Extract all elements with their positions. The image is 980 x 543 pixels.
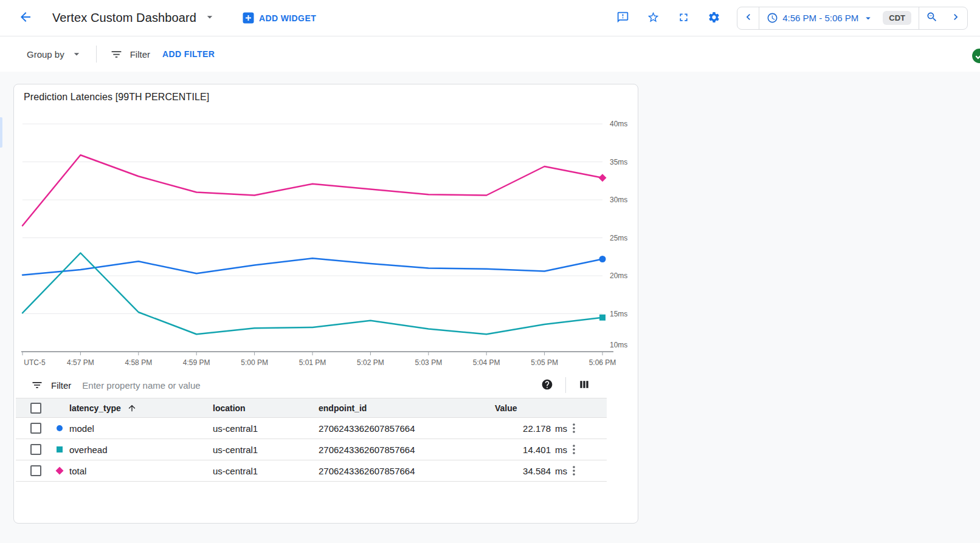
series-line-total (22, 155, 602, 225)
back-button[interactable] (17, 9, 34, 27)
y-axis-tick-label: 10ms (610, 341, 627, 349)
latency-chart-svg: 10ms15ms20ms25ms30ms35ms40msUTC-54:57 PM… (14, 105, 639, 370)
filter-label: Filter (130, 49, 150, 60)
series-marker-diamond-icon (55, 466, 63, 474)
series-end-marker-overhead (599, 315, 606, 321)
series-end-marker-model (599, 256, 606, 262)
endpoint-id-cell: 2706243362607857664 (319, 445, 495, 455)
zoom-out-icon (926, 11, 938, 25)
table-filter-actions (540, 377, 592, 394)
clock-icon (767, 12, 778, 24)
latency-table: latency_type location endpoint_id Value … (16, 398, 607, 482)
table-filter-label: Filter (51, 380, 71, 391)
x-axis-tick-label: 5:04 PM (473, 358, 500, 367)
row-checkbox[interactable] (30, 423, 41, 434)
filter-icon (110, 48, 123, 61)
dashboard-toolbar: Group by Filter ADD FILTER (0, 36, 980, 72)
endpoint-id-cell: 2706243362607857664 (319, 466, 495, 476)
favorite-button[interactable] (646, 10, 661, 27)
help-button[interactable] (540, 377, 554, 394)
group-by-label: Group by (27, 49, 64, 60)
table-row: overheadus-central1270624336260785766414… (16, 439, 607, 460)
widget-card: Prediction Latencies [99TH PERCENTILE] 1… (13, 84, 638, 524)
page-title: Vertex Custom Dashboard (52, 11, 196, 25)
time-range-control: 4:56 PM - 5:06 PM CDT (737, 7, 968, 30)
dashboard-switcher[interactable] (202, 10, 217, 26)
filter-icon (31, 379, 43, 391)
time-range-selector[interactable]: 4:56 PM - 5:06 PM CDT (759, 7, 919, 29)
series-line-model (22, 258, 602, 275)
time-forward-button[interactable] (944, 7, 967, 29)
table-row: modelus-central1270624336260785766422.17… (16, 418, 607, 439)
row-menu-button[interactable] (573, 466, 575, 476)
table-body: modelus-central1270624336260785766422.17… (16, 418, 607, 482)
add-widget-label: ADD WIDGET (259, 13, 316, 23)
value-cell: 14.401 (495, 445, 551, 455)
latency-type-cell: model (69, 423, 213, 434)
widget-title: Prediction Latencies [99TH PERCENTILE] (14, 84, 638, 105)
x-axis-tick-label: 5:05 PM (531, 358, 558, 367)
y-axis-tick-label: 20ms (610, 272, 627, 280)
table-row: totalus-central1270624336260785766434.58… (16, 460, 607, 482)
time-caret-icon (863, 13, 874, 24)
filter-control[interactable]: Filter (110, 48, 150, 61)
time-range-value: 4:56 PM - 5:06 PM (782, 13, 858, 23)
kebab-menu-icon (573, 466, 575, 476)
value-cell: 34.584 (495, 466, 551, 476)
toolbar-divider (96, 46, 97, 63)
kebab-menu-icon (573, 445, 575, 454)
dropdown-caret-icon (71, 48, 83, 60)
column-header-latency-type[interactable]: latency_type (69, 403, 121, 413)
nav-rail-indicator (0, 117, 2, 148)
latency-chart: 10ms15ms20ms25ms30ms35ms40msUTC-54:57 PM… (14, 105, 638, 372)
x-axis-tick-label: 4:57 PM (67, 358, 94, 367)
unit-cell: ms (551, 423, 573, 434)
location-cell: us-central1 (213, 445, 319, 455)
time-back-button[interactable] (737, 7, 759, 29)
y-axis-tick-label: 35ms (610, 158, 627, 166)
x-axis-tick-label: 5:06 PM (589, 358, 616, 367)
status-check-icon (971, 48, 980, 64)
back-arrow-icon (18, 10, 33, 26)
timezone-badge: CDT (883, 11, 911, 25)
location-cell: us-central1 (213, 423, 319, 434)
column-header-location[interactable]: location (213, 403, 319, 413)
add-filter-button[interactable]: ADD FILTER (162, 49, 215, 59)
x-axis-tick-label: 5:01 PM (299, 358, 326, 367)
row-checkbox[interactable] (30, 465, 41, 476)
star-icon (647, 11, 660, 26)
dropdown-caret-icon (204, 11, 216, 25)
location-cell: us-central1 (213, 466, 319, 476)
column-display-icon (578, 378, 590, 392)
fullscreen-button[interactable] (676, 10, 691, 27)
unit-cell: ms (551, 445, 573, 455)
select-all-checkbox[interactable] (30, 403, 41, 414)
row-menu-button[interactable] (573, 423, 575, 433)
feedback-button[interactable] (615, 10, 630, 27)
settings-gear-icon (708, 11, 720, 26)
table-header-row: latency_type location endpoint_id Value (16, 398, 607, 418)
unit-cell: ms (551, 466, 573, 476)
table-filter-input[interactable] (82, 380, 337, 391)
app-header: Vertex Custom Dashboard ADD WIDGET (0, 0, 980, 36)
group-by-dropdown[interactable]: Group by (27, 48, 83, 60)
feedback-icon (616, 11, 629, 26)
x-axis-tick-label: 5:03 PM (415, 358, 442, 367)
column-header-value[interactable]: Value (495, 403, 551, 413)
row-checkbox[interactable] (30, 444, 41, 455)
row-menu-button[interactable] (573, 445, 575, 454)
column-display-button[interactable] (577, 377, 592, 394)
add-widget-button[interactable]: ADD WIDGET (243, 12, 316, 24)
series-end-marker-total (599, 174, 607, 182)
appbar-actions (615, 10, 722, 27)
column-header-endpoint-id[interactable]: endpoint_id (319, 403, 495, 413)
sort-ascending-icon[interactable] (127, 403, 137, 413)
latency-type-cell: overhead (69, 445, 213, 455)
time-zoom-out-button[interactable] (919, 7, 944, 29)
x-axis-tick-label: UTC-5 (24, 358, 46, 367)
x-axis-tick-label: 5:02 PM (357, 358, 384, 367)
kebab-menu-icon (573, 423, 575, 433)
chevron-left-icon (742, 11, 754, 25)
settings-button[interactable] (706, 10, 722, 27)
latency-type-cell: total (69, 466, 213, 476)
